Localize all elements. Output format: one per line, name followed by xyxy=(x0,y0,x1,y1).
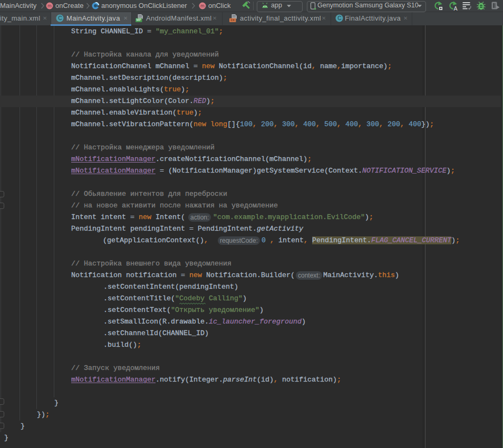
svg-text:m: m xyxy=(47,3,52,8)
svg-text:m: m xyxy=(200,3,205,8)
svg-text:MF: MF xyxy=(137,18,141,22)
svg-text:A: A xyxy=(453,5,457,11)
svg-text:C: C xyxy=(337,15,341,21)
svg-text:C: C xyxy=(58,15,62,21)
svg-text:cx: cx xyxy=(231,18,235,22)
